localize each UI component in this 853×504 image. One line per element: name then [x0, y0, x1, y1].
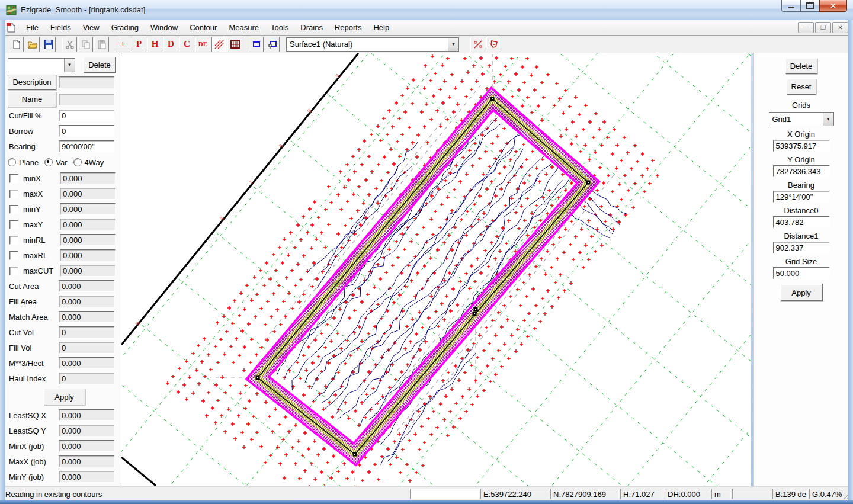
menu-window[interactable]: Window: [145, 21, 184, 34]
checkbox-miny[interactable]: [9, 205, 18, 214]
value-field[interactable]: 0: [59, 326, 114, 338]
name-button[interactable]: Name: [8, 92, 56, 107]
tool-letter: +: [120, 40, 126, 49]
tool-de-button[interactable]: DE: [195, 37, 210, 52]
status-cell: [732, 489, 771, 499]
field-label: MaxX (job): [8, 457, 59, 466]
value-field[interactable]: 0.000: [60, 188, 116, 200]
preset-combo[interactable]: ▼: [8, 58, 75, 72]
value-field[interactable]: 0.000: [59, 311, 114, 323]
radio-4way[interactable]: [73, 158, 82, 166]
checkbox-maxcut[interactable]: [9, 267, 18, 275]
zoom-window-button[interactable]: [249, 37, 264, 52]
menu-drains[interactable]: Drains: [294, 21, 329, 34]
x-origin-field[interactable]: 539375.917: [773, 140, 830, 152]
copy-button[interactable]: [78, 37, 93, 52]
grid-apply-button[interactable]: Apply: [780, 284, 823, 301]
toolbar: +PHDCDE Surface1 (Natural) ▼: [1, 36, 852, 53]
open-file-button[interactable]: [25, 37, 40, 52]
menu-bar: FileFieldsViewGradingWindowContourMeasur…: [1, 20, 852, 36]
close-button[interactable]: ✕: [819, 0, 847, 12]
value-field[interactable]: 0.000: [59, 440, 114, 452]
new-file-button[interactable]: [9, 37, 24, 52]
checkbox-maxy[interactable]: [9, 220, 18, 229]
maximize-button[interactable]: [801, 0, 819, 12]
surface-combo[interactable]: Surface1 (Natural) ▼: [286, 37, 459, 52]
value-field[interactable]: 0.000: [60, 265, 116, 277]
grading-panel: ▼ Delete DescriptionNameCut/Fill %0Borro…: [5, 53, 121, 486]
drawing-canvas[interactable]: 596789: [121, 53, 751, 486]
checkbox-minx[interactable]: [9, 174, 18, 183]
value-field[interactable]: [59, 94, 114, 105]
chevron-down-icon[interactable]: ▼: [823, 113, 833, 126]
value-field[interactable]: 0.000: [60, 219, 116, 230]
grid-combo[interactable]: Grid1 ▼: [769, 112, 834, 126]
distance1-field[interactable]: 902.337: [773, 242, 830, 253]
value-field[interactable]: 0: [59, 125, 114, 137]
menu-reports[interactable]: Reports: [329, 21, 368, 34]
description-button[interactable]: Description: [8, 75, 56, 90]
field-label: Distance1: [784, 232, 819, 240]
mdi-restore-button[interactable]: ❐: [815, 22, 831, 33]
tool-+-button[interactable]: +: [116, 37, 130, 52]
menu-fields[interactable]: Fields: [44, 21, 77, 34]
grid-reset-button[interactable]: Reset: [787, 79, 816, 95]
menu-measure[interactable]: Measure: [223, 21, 265, 34]
distance0-field[interactable]: 403.782: [773, 216, 830, 228]
grid-size-field[interactable]: 50.000: [773, 267, 830, 279]
checkbox-maxrl[interactable]: [9, 251, 18, 260]
grid-delete-button[interactable]: Delete: [785, 58, 817, 74]
maximize-icon: [806, 2, 814, 9]
tool-p-button[interactable]: P: [132, 37, 146, 52]
pan-window-button[interactable]: [265, 37, 280, 52]
status-cell: B:139 de: [772, 489, 808, 499]
cut-button[interactable]: [62, 37, 77, 52]
radio-var[interactable]: [44, 158, 53, 166]
tool-d-button[interactable]: D: [163, 37, 178, 52]
mdi-minimize-button[interactable]: —: [798, 22, 814, 33]
value-field[interactable]: 0.000: [59, 357, 114, 369]
chevron-down-icon[interactable]: ▼: [64, 59, 75, 72]
bearing-field[interactable]: 129°14'00": [773, 191, 830, 203]
field-label: Cut Vol: [8, 328, 59, 337]
value-field[interactable]: 0: [59, 110, 114, 121]
value-field[interactable]: 0.000: [59, 455, 114, 467]
chevron-down-icon[interactable]: ▼: [448, 38, 458, 51]
grid-display-button[interactable]: [227, 37, 242, 52]
minimize-button[interactable]: [781, 0, 801, 12]
menu-file[interactable]: File: [20, 21, 44, 34]
menu-view[interactable]: View: [77, 21, 105, 34]
slope-tool-button[interactable]: [470, 37, 485, 52]
checkbox-minrl[interactable]: [9, 236, 18, 245]
value-field[interactable]: 0: [59, 342, 114, 354]
tool-c-button[interactable]: C: [179, 37, 194, 52]
value-field[interactable]: 0.000: [60, 203, 116, 215]
value-field[interactable]: 90°00'00": [59, 140, 114, 152]
value-field[interactable]: 0: [59, 373, 114, 384]
value-field[interactable]: 0.000: [59, 280, 114, 292]
menu-help[interactable]: Help: [367, 21, 395, 34]
value-field[interactable]: 0.000: [59, 409, 114, 421]
tool-h-button[interactable]: H: [147, 37, 162, 52]
menu-grading[interactable]: Grading: [105, 21, 145, 34]
menu-tools[interactable]: Tools: [265, 21, 294, 34]
value-field[interactable]: 0.000: [59, 296, 114, 307]
boundary-tool-button[interactable]: [486, 37, 501, 52]
value-field[interactable]: 0.000: [60, 172, 116, 184]
radio-plane[interactable]: [8, 158, 16, 166]
apply-button[interactable]: Apply: [44, 389, 85, 405]
menu-contour[interactable]: Contour: [184, 21, 223, 34]
y-origin-field[interactable]: 7827836.343: [773, 165, 830, 177]
value-field[interactable]: 0.000: [60, 234, 116, 246]
value-field[interactable]: [59, 76, 114, 88]
hatch-toggle-button[interactable]: [211, 37, 226, 52]
save-button[interactable]: [41, 37, 56, 52]
value-field[interactable]: 0.000: [59, 425, 114, 436]
value-field[interactable]: 0.000: [60, 249, 116, 261]
delete-button[interactable]: Delete: [84, 57, 116, 73]
value-field[interactable]: 0.000: [59, 471, 114, 483]
paste-button[interactable]: [94, 37, 109, 52]
checkbox-maxx[interactable]: [9, 190, 18, 198]
mdi-close-button[interactable]: ✕: [832, 22, 848, 33]
pan-window-icon: [268, 40, 277, 49]
